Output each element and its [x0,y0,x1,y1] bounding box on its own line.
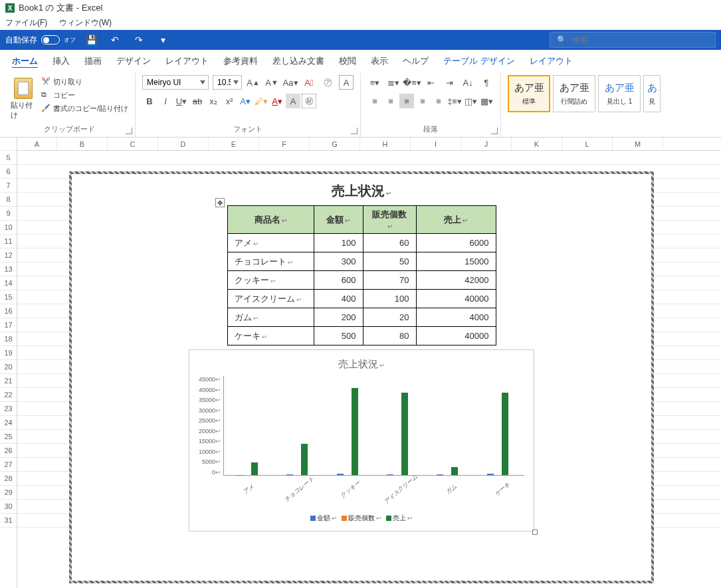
format-painter-button[interactable]: 🖌️書式のコピー/貼り付け [41,102,128,115]
text-effects-icon[interactable]: A▾ [238,94,253,108]
bold-icon[interactable]: B [142,94,157,108]
table-anchor-icon[interactable]: ✥ [215,198,225,207]
font-name-select[interactable] [142,75,209,90]
tab-table-layout[interactable]: レイアウト [530,55,573,67]
row-header[interactable]: 18 [0,332,17,346]
enclose-char-icon[interactable]: ㊖ [302,94,316,108]
style-normal[interactable]: あア亜標準 [508,75,550,112]
highlight-icon[interactable]: 🖊▾ [254,94,268,108]
style-heading2[interactable]: あ見 [643,75,661,112]
justify-icon[interactable]: ≡ [415,94,430,108]
tab-draw[interactable]: 描画 [84,55,102,67]
menu-file[interactable]: ファイル(F) [5,18,47,27]
row-header[interactable]: 13 [0,262,17,276]
numbering-icon[interactable]: ≣▾ [386,75,401,90]
row-header[interactable]: 23 [0,402,17,416]
inc-indent-icon[interactable]: ⇥ [442,75,457,90]
paste-button[interactable]: 貼り付け [11,75,36,123]
grow-font-icon[interactable]: A▲ [246,75,260,90]
borders-icon[interactable]: ▦▾ [479,94,494,108]
row-header[interactable]: 30 [0,500,17,514]
italic-icon[interactable]: I [158,94,173,108]
tab-references[interactable]: 参考資料 [223,55,258,67]
row-header[interactable]: 15 [0,290,17,304]
row-header[interactable]: 6 [0,165,17,179]
row-header[interactable]: 20 [0,360,17,374]
table-row[interactable]: ケーキ5008040000 [227,327,496,345]
row-header[interactable]: 14 [0,276,17,290]
style-nospacing[interactable]: あア亜行間詰め [553,75,595,112]
row-header[interactable]: 21 [0,374,17,388]
row-header[interactable]: 29 [0,486,17,500]
shading-icon[interactable]: ◫▾ [463,94,478,108]
search-input[interactable] [572,35,672,45]
cell-grid[interactable]: ✥ 売上状況 商品名 金額 販売個数 売上 アメ100606000チョコレート3… [17,151,721,588]
col-header[interactable]: D [158,138,209,150]
redo-icon[interactable]: ↷ [130,31,148,49]
tab-home[interactable]: ホーム [12,55,38,67]
customize-qat-icon[interactable]: ▾ [154,31,171,49]
strike-icon[interactable]: ab [190,94,205,108]
col-header[interactable]: H [360,138,411,150]
tab-table-design[interactable]: テーブル デザイン [443,55,515,67]
col-header[interactable]: F [259,138,310,150]
table-row[interactable]: アイスクリーム40010040000 [227,290,496,308]
table-row[interactable]: ガム200204000 [227,308,496,327]
row-header[interactable]: 19 [0,346,17,360]
tab-design[interactable]: デザイン [116,55,151,67]
row-header[interactable]: 25 [0,430,17,444]
tab-view[interactable]: 表示 [371,55,388,67]
tab-mailings[interactable]: 差し込み文書 [272,55,324,67]
embedded-document[interactable]: ✥ 売上状況 商品名 金額 販売個数 売上 アメ100606000チョコレート3… [69,171,654,583]
col-header[interactable]: G [310,138,360,150]
col-header[interactable]: K [512,138,562,150]
char-border-icon[interactable]: A [339,75,354,90]
change-case-icon[interactable]: Aa▾ [283,75,298,90]
row-header[interactable]: 10 [0,221,17,235]
style-heading1[interactable]: あア亜見出し 1 [598,75,641,112]
row-header[interactable]: 24 [0,416,17,430]
multilevel-icon[interactable]: �≡▾ [405,75,419,90]
dialog-launcher-icon[interactable] [351,128,358,134]
row-header[interactable]: 9 [0,207,17,221]
row-headers[interactable]: 5678910111213141516171819202122232425262… [0,138,17,588]
row-header[interactable]: 17 [0,318,17,332]
tab-help[interactable]: ヘルプ [403,55,429,67]
col-header[interactable]: C [108,138,158,150]
save-icon[interactable]: 💾 [82,31,100,49]
align-left-icon[interactable]: ≡ [367,94,382,108]
font-color-icon[interactable]: A▾ [270,94,284,108]
row-header[interactable]: 27 [0,458,17,472]
search-box[interactable]: 🔍 [550,32,716,48]
tab-layout[interactable]: レイアウト [165,55,209,67]
align-center-icon[interactable]: ≡ [383,94,398,108]
font-size-select[interactable] [213,75,242,90]
underline-icon[interactable]: U▾ [174,94,189,108]
char-shading-icon[interactable]: A [286,94,300,108]
row-header[interactable]: 11 [0,235,17,248]
undo-icon[interactable]: ↶ [106,31,124,49]
table-row[interactable]: クッキー6007042000 [227,271,496,290]
line-spacing-icon[interactable]: ‡≡▾ [447,94,462,108]
col-header[interactable]: A [17,138,57,150]
row-header[interactable]: 22 [0,388,17,402]
copy-button[interactable]: ⧉コピー [41,88,128,102]
row-header[interactable]: 7 [0,179,17,193]
col-header[interactable]: E [209,138,259,150]
column-headers[interactable]: ABCDEFGHIJKLM [17,138,721,151]
col-header[interactable]: B [57,138,108,150]
align-right-icon[interactable]: ≡ [399,94,414,108]
row-header[interactable]: 26 [0,444,17,458]
col-header[interactable]: J [461,138,512,150]
distribute-icon[interactable]: ≡ [431,94,446,108]
table-row[interactable]: チョコレート3005015000 [227,252,496,271]
row-header[interactable]: 31 [0,514,17,528]
row-header[interactable]: 16 [0,304,17,318]
tab-review[interactable]: 校閲 [339,55,356,67]
subscript-icon[interactable]: x₂ [206,94,221,108]
dialog-launcher-icon[interactable] [491,128,498,134]
shrink-font-icon[interactable]: A▼ [264,75,279,90]
sort-icon[interactable]: A↓ [461,75,475,90]
col-header[interactable]: M [613,138,663,150]
superscript-icon[interactable]: x² [222,94,237,108]
